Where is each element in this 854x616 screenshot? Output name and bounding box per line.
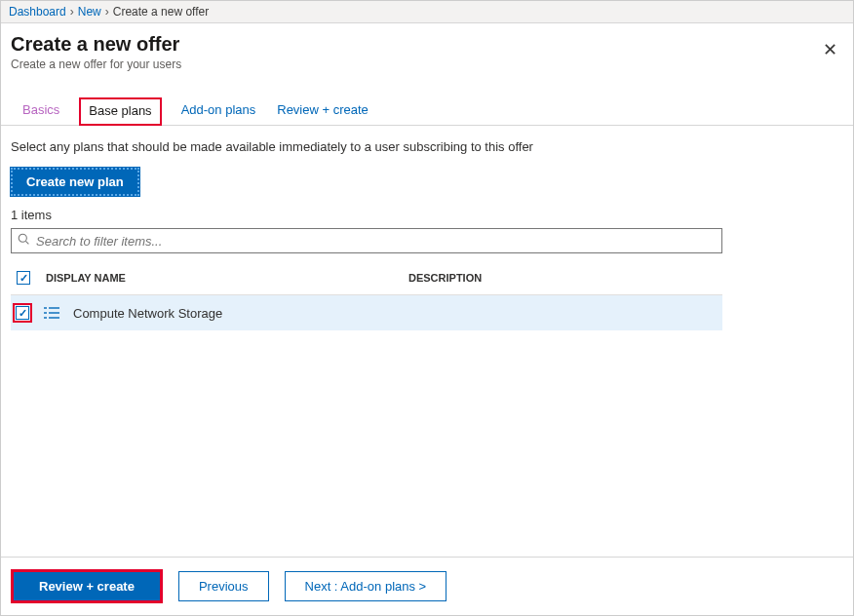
breadcrumb-dashboard[interactable]: Dashboard (9, 5, 66, 19)
header-checkbox-cell: ✓ (13, 271, 34, 285)
column-description[interactable]: DESCRIPTION (408, 272, 720, 284)
row-checkbox[interactable]: ✓ (16, 306, 29, 320)
row-display-name: Compute Network Storage (73, 306, 405, 321)
table-header: ✓ DISPLAY NAME DESCRIPTION (11, 267, 722, 295)
help-text: Select any plans that should be made ava… (11, 139, 843, 154)
chevron-right-icon: › (105, 5, 109, 19)
row-checkbox-highlight: ✓ (13, 303, 32, 323)
close-button[interactable]: ✕ (819, 35, 841, 64)
tab-basics[interactable]: Basics (20, 96, 61, 125)
content-area: Select any plans that should be made ava… (1, 126, 853, 557)
breadcrumb-current: Create a new offer (113, 5, 210, 19)
svg-line-1 (25, 241, 28, 244)
select-all-checkbox[interactable]: ✓ (17, 271, 30, 285)
footer-bar: Review + create Previous Next : Add-on p… (1, 557, 853, 615)
plan-icon (44, 306, 61, 320)
breadcrumb-bar: Dashboard › New › Create a new offer (1, 1, 853, 23)
close-icon: ✕ (823, 40, 837, 59)
search-icon (18, 233, 30, 249)
tab-review-create[interactable]: Review + create (275, 96, 370, 125)
next-button[interactable]: Next : Add-on plans > (285, 571, 447, 601)
search-box[interactable] (11, 228, 722, 253)
page-title: Create a new offer (11, 33, 843, 56)
column-display-name[interactable]: DISPLAY NAME (46, 272, 397, 284)
svg-point-0 (19, 234, 26, 242)
chevron-right-icon: › (70, 5, 74, 19)
tab-base-plans[interactable]: Base plans (79, 97, 161, 126)
tab-bar: Basics Base plans Add-on plans Review + … (1, 79, 853, 126)
search-input[interactable] (36, 234, 716, 249)
page-header: Create a new offer Create a new offer fo… (1, 23, 853, 79)
create-new-plan-button[interactable]: Create new plan (11, 168, 139, 196)
table-row[interactable]: ✓ Compute Network Storage (11, 295, 722, 330)
page-subtitle: Create a new offer for your users (11, 58, 843, 71)
review-create-button[interactable]: Review + create (11, 569, 163, 603)
tab-addon-plans[interactable]: Add-on plans (179, 96, 258, 125)
breadcrumb: Dashboard › New › Create a new offer (9, 5, 209, 19)
plans-table: ✓ DISPLAY NAME DESCRIPTION ✓ Compute Net… (11, 267, 722, 330)
previous-button[interactable]: Previous (178, 571, 269, 601)
item-count-label: 1 items (11, 208, 843, 222)
breadcrumb-new[interactable]: New (78, 5, 101, 19)
